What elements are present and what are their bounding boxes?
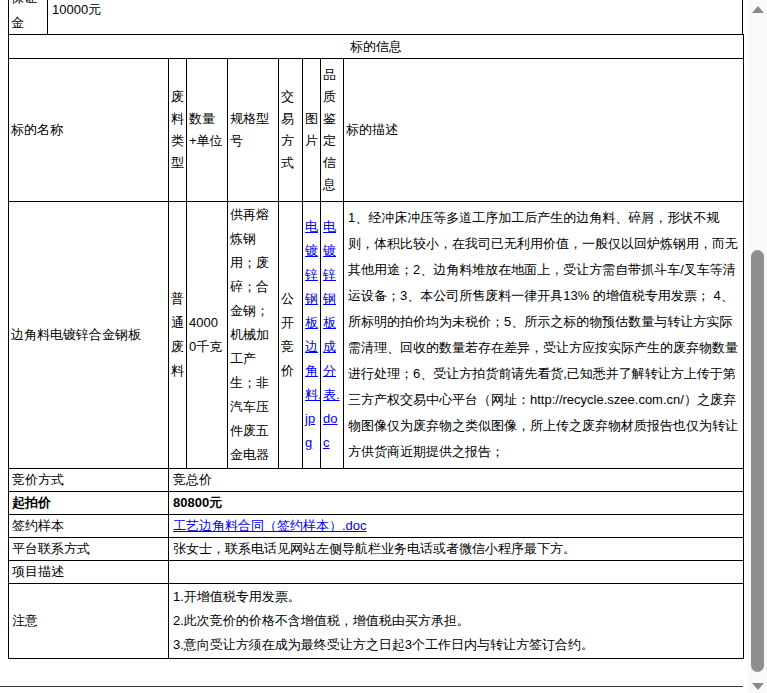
table-row: 平台联系方式 张女士，联系电话见网站左侧导航栏业务电话或者微信小程序最下方。 bbox=[9, 538, 744, 561]
notice-label: 注意 bbox=[9, 584, 169, 659]
bottom-divider bbox=[0, 686, 743, 687]
contract-sample-label: 签约样本 bbox=[9, 515, 169, 538]
triangle-down-icon bbox=[752, 683, 764, 690]
start-price-value: 80800元 bbox=[169, 492, 744, 515]
deposit-label: 保证金 bbox=[9, 0, 48, 34]
table-row: 注意 1.开增值税专用发票。 2.此次竞价的价格不含增值税，增值税由买方承担。 … bbox=[9, 584, 744, 659]
header-quantity-unit: 数量 +单位 bbox=[187, 59, 228, 202]
quality-report-link[interactable]: 电镀锌钢板成分表.doc bbox=[323, 219, 340, 450]
subject-name: 边角料电镀锌合金钢板 bbox=[9, 202, 169, 469]
spec-model: 供再熔炼钢用；废碎；合金钢；机械加工产生；非汽车压件废五金电器 bbox=[228, 202, 279, 469]
header-trade-mode: 交易方式 bbox=[279, 59, 303, 202]
project-desc-label: 项目描述 bbox=[9, 561, 169, 584]
contract-sample-cell: 工艺边角料合同（签约样本）.doc bbox=[169, 515, 744, 538]
trade-mode: 公开竞价 bbox=[279, 202, 303, 469]
platform-contact-label: 平台联系方式 bbox=[9, 538, 169, 561]
header-waste-type: 废料类型 bbox=[169, 59, 187, 202]
table-row: 项目描述 bbox=[9, 561, 744, 584]
platform-contact-value: 张女士，联系电话见网站左侧导航栏业务电话或者微信小程序最下方。 bbox=[169, 538, 744, 561]
table-row: 标的信息 bbox=[9, 35, 744, 59]
notice-value: 1.开增值税专用发票。 2.此次竞价的价格不含增值税，增值税由买方承担。 3.意… bbox=[169, 584, 744, 659]
quantity-unit: 40000千克 bbox=[187, 202, 228, 469]
subject-description: 1、经冲床冲压等多道工序加工后产生的边角料、碎屑，形状不规则，体积比较小，在我司… bbox=[344, 202, 744, 469]
section-title: 标的信息 bbox=[9, 35, 744, 59]
subject-info-table: 标的信息 标的名称 废料类型 数量 +单位 规格型号 交易方式 图片 品质鉴定信… bbox=[8, 34, 744, 659]
bid-method-label: 竞价方式 bbox=[9, 469, 169, 492]
scroll-down-button[interactable] bbox=[748, 677, 767, 693]
header-quality-info: 品质鉴定信息 bbox=[321, 59, 344, 202]
table-header-row: 标的名称 废料类型 数量 +单位 规格型号 交易方式 图片 品质鉴定信息 标的描… bbox=[9, 59, 744, 202]
table-row: 签约样本 工艺边角料合同（签约样本）.doc bbox=[9, 515, 744, 538]
start-price-label: 起拍价 bbox=[9, 492, 169, 515]
contract-sample-link[interactable]: 工艺边角料合同（签约样本）.doc bbox=[173, 518, 367, 533]
table-row: 保证金 10000元 bbox=[9, 0, 743, 34]
scroll-up-button[interactable] bbox=[748, 0, 767, 16]
header-spec-model: 规格型号 bbox=[228, 59, 279, 202]
triangle-up-icon bbox=[752, 6, 764, 13]
scrollbar-thumb[interactable] bbox=[751, 250, 764, 672]
waste-type: 普通废料 bbox=[169, 202, 187, 469]
quality-cell: 电镀锌钢板成分表.doc bbox=[321, 202, 344, 469]
vertical-scrollbar[interactable] bbox=[748, 0, 767, 693]
header-picture: 图片 bbox=[303, 59, 321, 202]
picture-link[interactable]: 电镀锌钢板边角料.jpg bbox=[305, 219, 321, 450]
project-desc-value bbox=[169, 561, 744, 584]
page-content: 保证金 10000元 标的信息 标的名称 废料类型 数量 +单位 规格型号 交易… bbox=[8, 0, 743, 659]
table-row: 边角料电镀锌合金钢板 普通废料 40000千克 供再熔炼钢用；废碎；合金钢；机械… bbox=[9, 202, 744, 469]
table-row: 起拍价 80800元 bbox=[9, 492, 744, 515]
deposit-table: 保证金 10000元 bbox=[8, 0, 743, 34]
table-row: 竞价方式 竞总价 bbox=[9, 469, 744, 492]
header-description: 标的描述 bbox=[344, 59, 744, 202]
deposit-value: 10000元 bbox=[48, 0, 743, 34]
bid-method-value: 竞总价 bbox=[169, 469, 744, 492]
deposit-row-clipped: 保证金 10000元 bbox=[8, 0, 743, 34]
picture-cell: 电镀锌钢板边角料.jpg bbox=[303, 202, 321, 469]
header-subject-name: 标的名称 bbox=[9, 59, 169, 202]
